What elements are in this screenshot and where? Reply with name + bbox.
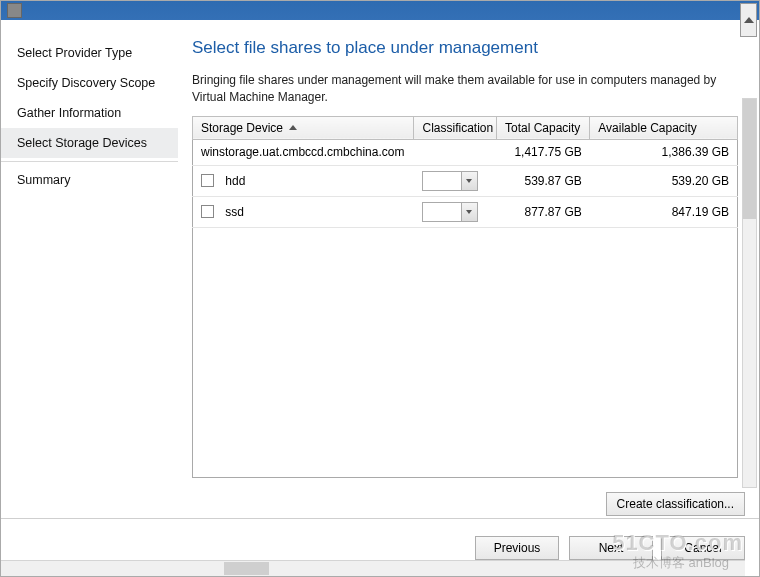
storage-grid-wrap: Storage Device Classification Total Capa… bbox=[192, 116, 749, 478]
share-label: ssd bbox=[225, 205, 244, 219]
wizard-steps-sidebar: Select Provider Type Specify Discovery S… bbox=[1, 20, 178, 518]
table-row[interactable]: hdd 539.87 GB 539.20 GB bbox=[193, 165, 738, 196]
previous-button[interactable]: Previous bbox=[475, 536, 559, 560]
watermark-sub: 技术博客 anBlog bbox=[633, 554, 729, 572]
cell-classification bbox=[414, 165, 497, 196]
cell-classification bbox=[414, 139, 497, 165]
col-header-storage-device[interactable]: Storage Device bbox=[193, 116, 414, 139]
sidebar-item-gather-information[interactable]: Gather Information bbox=[1, 98, 178, 128]
create-classification-button[interactable]: Create classification... bbox=[606, 492, 745, 516]
page-description: Bringing file shares under management wi… bbox=[192, 72, 737, 106]
grid-empty-area bbox=[192, 228, 738, 478]
cell-total: 1,417.75 GB bbox=[496, 139, 589, 165]
cell-classification bbox=[414, 196, 497, 227]
page-title: Select file shares to place under manage… bbox=[192, 38, 749, 58]
storage-grid: Storage Device Classification Total Capa… bbox=[192, 116, 738, 228]
main-panel: Select file shares to place under manage… bbox=[178, 20, 759, 518]
cell-device: winstorage.uat.cmbccd.cmbchina.com bbox=[193, 139, 414, 165]
classification-dropdown[interactable] bbox=[422, 202, 478, 222]
cell-available: 847.19 GB bbox=[590, 196, 738, 227]
table-row[interactable]: ssd 877.87 GB 847.19 GB bbox=[193, 196, 738, 227]
cell-device: hdd bbox=[193, 165, 414, 196]
cell-available: 539.20 GB bbox=[590, 165, 738, 196]
sidebar-item-select-provider-type[interactable]: Select Provider Type bbox=[1, 38, 178, 68]
window-icon bbox=[7, 3, 22, 18]
checkbox[interactable] bbox=[201, 205, 214, 218]
col-header-total-capacity[interactable]: Total Capacity bbox=[496, 116, 589, 139]
share-label: hdd bbox=[225, 174, 245, 188]
horizontal-scrollbar-thumb[interactable] bbox=[224, 562, 269, 575]
classification-dropdown[interactable] bbox=[422, 171, 478, 191]
sidebar-item-summary[interactable]: Summary bbox=[1, 165, 178, 195]
vertical-scrollbar-thumb[interactable] bbox=[743, 99, 756, 219]
grid-header-row: Storage Device Classification Total Capa… bbox=[193, 116, 738, 139]
watermark: 51CTO.com bbox=[612, 530, 743, 556]
cell-total: 877.87 GB bbox=[496, 196, 589, 227]
chevron-down-icon[interactable] bbox=[461, 172, 477, 190]
chevron-down-icon[interactable] bbox=[461, 203, 477, 221]
title-bar bbox=[1, 1, 759, 20]
cell-total: 539.87 GB bbox=[496, 165, 589, 196]
table-row[interactable]: winstorage.uat.cmbccd.cmbchina.com 1,417… bbox=[193, 139, 738, 165]
checkbox[interactable] bbox=[201, 174, 214, 187]
col-header-available-capacity[interactable]: Available Capacity bbox=[590, 116, 738, 139]
sidebar-separator bbox=[1, 161, 178, 162]
cell-device: ssd bbox=[193, 196, 414, 227]
col-header-classification[interactable]: Classification bbox=[414, 116, 497, 139]
sidebar-item-specify-discovery-scope[interactable]: Specify Discovery Scope bbox=[1, 68, 178, 98]
vertical-scrollbar[interactable] bbox=[742, 98, 757, 488]
cell-available: 1,386.39 GB bbox=[590, 139, 738, 165]
sidebar-item-select-storage-devices[interactable]: Select Storage Devices bbox=[1, 128, 178, 158]
wizard-body: Select Provider Type Specify Discovery S… bbox=[1, 20, 759, 518]
